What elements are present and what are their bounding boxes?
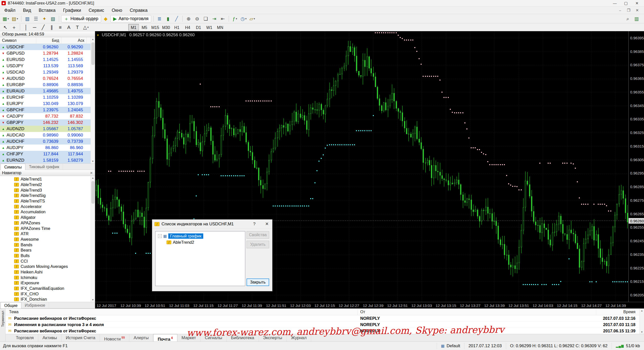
- menu-item-3[interactable]: Вставка: [35, 7, 59, 14]
- menu-item-4[interactable]: Графики: [59, 7, 85, 14]
- terminal-tab-11[interactable]: Журнал: [287, 334, 311, 341]
- navigator-scrollbar[interactable]: ▲▼: [91, 176, 95, 302]
- terminal-scrollbar[interactable]: ▲ ▼: [639, 309, 644, 334]
- delete-button[interactable]: Удалить: [247, 241, 269, 248]
- bars-icon[interactable]: ≣: [155, 15, 163, 22]
- terminal-tab-8[interactable]: Сигналы: [200, 334, 227, 341]
- navigator-item-19[interactable]: ƒIchimoku: [0, 275, 95, 280]
- close-button[interactable]: ✕: [631, 0, 642, 6]
- market-watch-row-audjpy[interactable]: ▲AUDJPY86.86086.960: [0, 145, 95, 151]
- indicator-tree[interactable]: − ▦ Главный график ƒ AbleTrend2: [155, 231, 245, 286]
- navigator-item-21[interactable]: ƒIFX_CamarilliaEquation: [0, 286, 95, 291]
- navigator-icon[interactable]: ✦: [41, 15, 48, 22]
- navigator-item-5[interactable]: ƒAbleTrendTS: [0, 198, 95, 204]
- scrollbar-thumb[interactable]: [91, 42, 95, 65]
- chart-region[interactable]: ▾ USDCHF,M1 0.96257 0.96260 0.96256 0.96…: [95, 31, 644, 308]
- menu-item-7[interactable]: Справка: [126, 7, 151, 14]
- navigator-item-1[interactable]: ƒAbleTrend1: [0, 177, 95, 182]
- market-watch-row-audusd[interactable]: ▼AUDUSD0.765240.76554: [0, 75, 95, 82]
- navigator-item-11[interactable]: ƒATR: [0, 231, 95, 237]
- line-chart-icon[interactable]: ╱: [173, 15, 180, 22]
- market-watch-row-gbpusd[interactable]: ▼GBPUSD1.287941.28824: [0, 50, 95, 56]
- scroll-up-icon[interactable]: ▲: [641, 309, 643, 313]
- timeframe-m5[interactable]: M5: [139, 24, 150, 31]
- column-subject[interactable]: Тема: [6, 309, 358, 315]
- market-watch-row-chfjpy[interactable]: ▲CHFJPY117.844117.944: [0, 151, 95, 157]
- terminal-tab-7[interactable]: Маркет: [177, 334, 201, 341]
- navigator-item-23[interactable]: ƒIFX_Donchian: [0, 297, 95, 302]
- properties-button[interactable]: Свойства: [247, 231, 269, 239]
- scroll-down-icon[interactable]: ▼: [641, 330, 643, 334]
- navigator-close-icon[interactable]: ✕: [90, 170, 93, 176]
- terminal-tab-10[interactable]: Эксперты: [259, 334, 287, 341]
- navigator-item-22[interactable]: ƒIFX_CHO: [0, 291, 95, 297]
- market-watch-row-gbpchf[interactable]: ▲GBPCHF1.239751.24045: [0, 107, 95, 113]
- market-watch-icon[interactable]: ▥: [23, 15, 31, 22]
- navigator-item-8[interactable]: ƒAlligator: [0, 215, 95, 220]
- navigator-tab-2[interactable]: Избранное: [21, 302, 49, 308]
- horizontal-line-icon[interactable]: ─: [31, 24, 38, 31]
- price-axis[interactable]: 0.963950.963850.963750.963650.963550.963…: [628, 31, 644, 302]
- market-watch-row-usdjpy[interactable]: ▲USDJPY113.539113.569: [0, 63, 95, 69]
- zoom-out-icon[interactable]: ⊖: [193, 15, 201, 22]
- indicators-icon[interactable]: ƒ▾: [231, 15, 239, 22]
- terminal-tab-3[interactable]: История Счета: [62, 334, 100, 341]
- navigator-item-7[interactable]: ƒAccumulation: [0, 209, 95, 215]
- auto-scroll-icon[interactable]: ⇥: [210, 15, 218, 22]
- market-watch-row-gbpjpy[interactable]: ▼GBPJPY146.232146.302: [0, 119, 95, 126]
- crosshair-icon[interactable]: ＋: [10, 24, 18, 31]
- market-watch-row-audnzd[interactable]: ▲AUDNZD1.056671.05787: [0, 126, 95, 132]
- terminal-tab-1[interactable]: Торговля: [12, 334, 38, 341]
- timeframe-w1[interactable]: W1: [204, 24, 215, 31]
- market-watch-tab-1[interactable]: Символы: [1, 164, 25, 170]
- menu-item-6[interactable]: Окно: [108, 7, 126, 14]
- column-ask[interactable]: Аск: [61, 37, 87, 44]
- navigator-item-20[interactable]: ƒiExposure: [0, 280, 95, 286]
- navigator-item-12[interactable]: ƒAwesome: [0, 237, 95, 242]
- scroll-up-icon[interactable]: ▲: [92, 176, 94, 180]
- dialog-close-icon[interactable]: ✕: [262, 220, 272, 228]
- navigator-item-4[interactable]: ƒAbleTrendSig: [0, 193, 95, 198]
- periods-icon[interactable]: ◷▾: [239, 15, 248, 22]
- terminal-tab-4[interactable]: Новости99: [100, 334, 129, 341]
- navigator-item-13[interactable]: ƒBands: [0, 242, 95, 248]
- timeframe-h1[interactable]: H1: [172, 24, 182, 31]
- close-dialog-button[interactable]: Закрыть: [247, 278, 269, 286]
- mail-row-2[interactable]: ✉Изменения в расписании торгов 3 и 4 июл…: [6, 322, 644, 328]
- timeframe-m1[interactable]: M1: [128, 24, 139, 31]
- status-profile[interactable]: ▦ Default: [437, 343, 464, 349]
- market-watch-row-euraud[interactable]: ▲EURAUD1.496851.49755: [0, 88, 95, 94]
- market-watch-scrollbar[interactable]: ▲ ▼: [91, 37, 95, 163]
- scroll-down-icon[interactable]: ▼: [92, 159, 94, 163]
- tree-root-label[interactable]: Главный график: [168, 233, 203, 239]
- navigator-tab-1[interactable]: Общие: [1, 302, 21, 308]
- timeframe-h4[interactable]: H4: [182, 24, 193, 31]
- autotrading-button[interactable]: ▶Авто-торговля: [110, 15, 151, 22]
- market-watch-row-eurjpy[interactable]: ▲EURJPY130.049130.079: [0, 100, 95, 107]
- navigator-item-3[interactable]: ƒAbleTrend3: [0, 187, 95, 193]
- market-watch-row-eurnzd[interactable]: ▲EURNZD1.581591.58279: [0, 157, 95, 163]
- maximize-button[interactable]: ▢: [620, 0, 631, 6]
- market-watch-row-usdcad[interactable]: ▲USDCAD1.293491.29379: [0, 69, 95, 75]
- market-watch-row-eurusd[interactable]: ▲EURUSD1.145251.14555: [0, 56, 95, 63]
- mail-row-3[interactable]: ✉Расписание вебинаров от ИнстаФорексNORE…: [6, 328, 644, 334]
- menu-item-1[interactable]: Файл: [1, 7, 19, 14]
- column-time[interactable]: Время: [596, 309, 644, 315]
- cursor-icon[interactable]: ↖: [2, 24, 9, 31]
- timeframe-m30[interactable]: M30: [161, 24, 171, 31]
- navigator-item-10[interactable]: ƒAPAZones Time: [0, 226, 95, 231]
- mail-row-1[interactable]: ✉Расписание вебинаров от ИнстаФорексNORE…: [6, 315, 644, 322]
- navigator-item-18[interactable]: ƒHeiken Ashi: [0, 269, 95, 275]
- terminal-tab-6[interactable]: Почта4: [153, 334, 177, 341]
- new-order-button[interactable]: ＋Новый ордер: [61, 15, 101, 22]
- search-icon[interactable]: ⌕: [624, 15, 632, 22]
- navigator-item-2[interactable]: ƒAbleTrend2: [0, 182, 95, 188]
- terminal-tab-5[interactable]: Алерты: [129, 334, 153, 341]
- navigator-item-17[interactable]: ƒCustom Moving Averages: [0, 264, 95, 269]
- market-watch-tab-2[interactable]: Тиковый график: [25, 164, 63, 170]
- tree-expander-icon[interactable]: −: [158, 234, 162, 238]
- column-from[interactable]: От: [358, 309, 596, 315]
- dialog-help-button[interactable]: ?: [249, 220, 260, 228]
- chart-shift-icon[interactable]: ⇤: [219, 15, 227, 22]
- vertical-line-icon[interactable]: │: [22, 24, 30, 31]
